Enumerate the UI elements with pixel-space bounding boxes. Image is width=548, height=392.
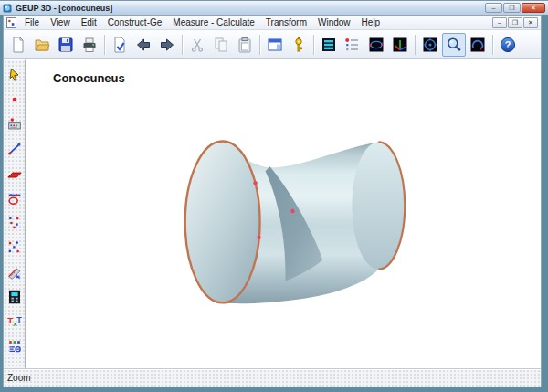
equation-icon (6, 338, 23, 355)
construction-list-button[interactable] (317, 33, 341, 57)
forward-arrow-icon (158, 36, 176, 54)
construction-point[interactable] (257, 236, 260, 239)
copy-button[interactable] (209, 33, 233, 57)
toolbar-separator (492, 35, 493, 55)
ruler-icon (6, 264, 23, 281)
points-pattern-2-icon (6, 239, 23, 256)
menu-transform[interactable]: Transform (260, 16, 312, 29)
free-rotation-button[interactable] (418, 33, 442, 57)
check-construction-button[interactable] (108, 33, 132, 57)
open-folder-icon (33, 36, 51, 54)
toolbar-separator (259, 35, 260, 55)
rotate-view-button[interactable] (364, 33, 388, 57)
svg-text:?: ? (505, 39, 511, 50)
text-icon: T x T (6, 313, 23, 330)
menu-measure-calculate[interactable]: Measure - Calculate (167, 16, 259, 29)
menu-edit[interactable]: Edit (76, 16, 102, 29)
calculator-tool-button[interactable] (5, 288, 24, 306)
protocol-icon (343, 36, 362, 54)
select-tool-button[interactable] (5, 66, 24, 84)
maximize-button[interactable]: ❐ (503, 3, 521, 13)
print-button[interactable] (78, 33, 101, 57)
list-icon (320, 36, 338, 54)
construction-toolbar: T x T (4, 59, 26, 368)
segment-tool-button[interactable] (5, 140, 24, 158)
mdi-restore-button[interactable]: ❐ (508, 17, 522, 28)
conocuneus-left-face (185, 141, 260, 302)
key-icon (290, 36, 308, 54)
zoom-button[interactable] (442, 33, 466, 57)
clipboard-paste-icon (236, 36, 254, 54)
close-button[interactable]: ✕ (522, 3, 545, 13)
help-button[interactable]: ? (496, 33, 520, 57)
point-coordinates-icon (6, 116, 23, 132)
equation-tool-button[interactable] (5, 337, 24, 355)
point-tool-button[interactable] (5, 90, 24, 109)
help-icon: ? (499, 36, 517, 54)
magnifier-icon (445, 36, 463, 54)
menu-help[interactable]: Help (356, 16, 386, 29)
animate-rotation-button[interactable] (466, 33, 490, 57)
title-bar[interactable]: GEUP 3D - [conocuneus] – ❐ ✕ (0, 1, 548, 15)
new-document-button[interactable] (6, 33, 30, 57)
scissors-icon (188, 36, 206, 54)
menu-window[interactable]: Window (312, 16, 356, 29)
menu-file[interactable]: File (19, 16, 45, 29)
circle-tool-button[interactable] (5, 189, 24, 207)
points-group-1-tool-button[interactable] (5, 214, 24, 232)
segment-icon (6, 141, 23, 157)
status-text: Zoom (7, 373, 31, 383)
drawing-canvas[interactable]: Conocuneus (26, 59, 541, 368)
mdi-window-controls: – ❐ ✕ (492, 17, 539, 28)
forward-button[interactable] (155, 33, 179, 57)
sphere-rotation-icon (421, 36, 439, 54)
status-bar: Zoom (4, 368, 541, 387)
points-group-2-tool-button[interactable] (5, 238, 24, 257)
toolbar-separator (104, 35, 105, 55)
coordinate-axes-button[interactable] (388, 33, 412, 57)
open-file-button[interactable] (30, 33, 54, 57)
animate-rotation-icon (469, 36, 487, 54)
construction-point[interactable] (290, 209, 294, 213)
text-tool-button[interactable]: T x T (5, 313, 24, 331)
cursor-arrow-icon (6, 67, 23, 83)
points-pattern-icon (6, 215, 23, 231)
conocuneus-figure[interactable] (26, 59, 541, 368)
point-icon (6, 91, 23, 108)
axes-3d-icon (391, 36, 409, 54)
document-icon (6, 17, 16, 28)
measure-tool-button[interactable] (5, 263, 24, 281)
mdi-minimize-button[interactable]: – (492, 17, 507, 28)
save-floppy-icon (57, 36, 75, 54)
plane-icon (6, 165, 23, 182)
save-button[interactable] (54, 33, 78, 57)
copy-icon (212, 36, 230, 54)
menu-view[interactable]: View (45, 16, 76, 29)
construction-point[interactable] (253, 181, 257, 185)
app-icon (3, 4, 12, 13)
menu-bar: File View Edit Construct-Ge Measure - Ca… (4, 16, 541, 30)
menu-construct[interactable]: Construct-Ge (102, 16, 167, 29)
construction-protocol-button[interactable] (341, 33, 364, 57)
window-title: GEUP 3D - [conocuneus] (16, 4, 112, 13)
circle-icon (6, 190, 23, 207)
toolbar-separator (313, 35, 314, 55)
view-window-icon (266, 36, 284, 54)
paste-button[interactable] (233, 33, 257, 57)
mdi-close-button[interactable]: ✕ (523, 17, 538, 28)
printer-icon (80, 36, 99, 54)
point-coordinates-tool-button[interactable] (5, 115, 24, 133)
properties-button[interactable] (287, 33, 311, 57)
calculator-icon (6, 289, 23, 305)
toolbar-separator (182, 35, 183, 55)
rotate-3d-icon (367, 36, 385, 54)
svg-text:T: T (16, 315, 22, 324)
app-window: GEUP 3D - [conocuneus] – ❐ ✕ File View E… (0, 0, 548, 392)
window-frame: File View Edit Construct-Ge Measure - Ca… (0, 15, 548, 392)
new-view-button[interactable] (263, 33, 287, 57)
cut-button[interactable] (185, 33, 209, 57)
minimize-button[interactable]: – (485, 3, 502, 13)
new-document-icon (9, 36, 27, 54)
back-button[interactable] (132, 33, 155, 57)
plane-tool-button[interactable] (5, 164, 24, 183)
